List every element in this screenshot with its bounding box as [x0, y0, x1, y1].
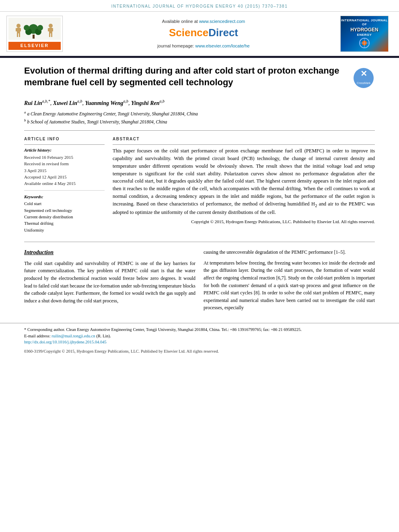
journal-cover-title: INTERNATIONAL JOURNAL OF	[341, 18, 388, 26]
journal-cover: INTERNATIONAL JOURNAL OF HYDROGEN ENERGY	[340, 16, 389, 52]
available-online-date: Available online 4 May 2015	[24, 181, 105, 187]
svg-rect-1	[33, 35, 35, 39]
authors-line: Rui Lina,b,*, Xuwei Lina,b, Yuanming Wen…	[24, 99, 375, 107]
elsevier-brand-text: ELSEVIER	[8, 42, 61, 49]
cite-6-7[interactable]: 6,7	[278, 275, 284, 281]
article-title: Evolution of thermal drifting during and…	[24, 65, 349, 88]
bottom-copyright: 0360-3199/Copyright © 2015, Hydrogen Ene…	[0, 347, 399, 356]
page-header: ELSEVIER Available online at www.science…	[0, 12, 399, 57]
keyword-1: Cold start	[24, 201, 105, 207]
elsevier-box: ELSEVIER	[6, 16, 63, 52]
affiliations: a a Clean Energy Automotive Engineering …	[24, 110, 375, 125]
crossmark-icon: ✕ CrossMark	[353, 67, 375, 89]
svg-point-13	[49, 24, 53, 28]
received-revised-label: Received in revised form	[24, 161, 105, 167]
intro-para-3: At temperatures below freezing, the free…	[204, 259, 375, 312]
history-label: Article history:	[24, 147, 105, 153]
journal-cover-subtitle: HYDROGEN	[350, 27, 378, 33]
revised-date: 3 April 2015	[24, 168, 105, 174]
keyword-3: Current density distribution	[24, 214, 105, 220]
svg-rect-9	[16, 28, 18, 31]
author-3: Yuanming Weng	[85, 100, 123, 106]
svg-point-5	[24, 25, 29, 31]
article-info-label: ARTICLE INFO	[24, 136, 105, 142]
keyword-5: Uniformity	[24, 227, 105, 233]
keyword-4: Thermal drifting	[24, 220, 105, 226]
accepted-date: Accepted 12 April 2015	[24, 174, 105, 180]
svg-rect-15	[48, 28, 50, 31]
elsevier-tree-icon	[8, 18, 61, 40]
body-right-col: causing the unrecoverable degradation of…	[204, 249, 375, 315]
elsevier-logo-area: ELSEVIER	[6, 16, 71, 52]
journal-banner: INTERNATIONAL JOURNAL OF HYDROGEN ENERGY…	[0, 0, 399, 12]
sciencedirect-info: Available online at www.sciencedirect.co…	[71, 16, 336, 52]
body-columns: Introduction The cold start capability a…	[24, 249, 375, 315]
info-divider-2	[24, 190, 105, 191]
cover-graphic-icon	[356, 37, 372, 49]
affiliation-1: a a Clean Energy Automotive Engineering …	[24, 110, 375, 117]
article-info-panel: ARTICLE INFO Article history: Received 1…	[24, 136, 105, 234]
abstract-copyright: Copyright © 2015, Hydrogen Energy Public…	[113, 219, 375, 225]
abstract-panel: ABSTRACT This paper focuses on the cold …	[113, 136, 375, 234]
journal-homepage: journal homepage: www.elsevier.com/locat…	[157, 43, 249, 49]
keywords-label: Keywords:	[24, 194, 105, 200]
body-left-col: Introduction The cold start capability a…	[24, 249, 195, 315]
abstract-text: This paper focuses on the cold start per…	[113, 147, 375, 216]
title-section: Evolution of thermal drifting during and…	[0, 58, 399, 95]
intro-para-1: The cold start capability and survivabil…	[24, 260, 195, 305]
authors-section: Rui Lina,b,*, Xuwei Lina,b, Yuanming Wen…	[0, 95, 399, 127]
body-section: Introduction The cold start capability a…	[0, 238, 399, 315]
svg-text:CrossMark: CrossMark	[357, 82, 370, 84]
page: INTERNATIONAL JOURNAL OF HYDROGEN ENERGY…	[0, 0, 399, 532]
keyword-2: Segmented cell technology	[24, 207, 105, 214]
article-info-abstract: ARTICLE INFO Article history: Received 1…	[0, 134, 399, 238]
email-link[interactable]: ruilin@mail.tongji.edu.cn	[51, 334, 95, 338]
journal-cover-area: INTERNATIONAL JOURNAL OF HYDROGEN ENERGY	[336, 16, 393, 52]
affiliation-2: b b School of Automotive Studies, Tongji…	[24, 118, 375, 125]
email-footnote: E-mail address: ruilin@mail.tongji.edu.c…	[24, 333, 375, 339]
journal-cover-energy: ENERGY	[357, 33, 372, 37]
cite-1-5[interactable]: 1–5	[336, 249, 343, 255]
svg-rect-18	[51, 33, 52, 37]
svg-rect-11	[17, 33, 18, 37]
author-4: Yingshi Ren	[131, 100, 159, 106]
svg-text:✕: ✕	[360, 69, 367, 78]
svg-rect-16	[51, 28, 53, 31]
cite-8[interactable]: 8	[255, 290, 258, 296]
title-block: Evolution of thermal drifting during and…	[24, 65, 349, 88]
intro-para-2: causing the unrecoverable degradation of…	[204, 249, 375, 256]
corresponding-author-note: * Corresponding author. Clean Energy Aut…	[24, 327, 375, 333]
svg-rect-17	[49, 33, 50, 37]
section-divider-1	[24, 130, 375, 131]
received-date: Received 16 February 2015	[24, 154, 105, 160]
available-online-text: Available online at www.sciencedirect.co…	[162, 18, 245, 25]
author-2: Xuwei Lin	[53, 100, 77, 106]
sciencedirect-url[interactable]: www.sciencedirect.com	[199, 19, 245, 24]
footnote-section: * Corresponding author. Clean Energy Aut…	[0, 323, 399, 347]
svg-rect-10	[19, 28, 21, 31]
crossmark-badge: ✕ CrossMark	[353, 67, 375, 91]
doi-footnote: http://dx.doi.org/10.1016/j.ijhydene.201…	[24, 339, 375, 345]
svg-point-6	[37, 25, 43, 31]
journal-homepage-link[interactable]: www.elsevier.com/locate/he	[195, 43, 250, 48]
banner-text: INTERNATIONAL JOURNAL OF HYDROGEN ENERGY…	[111, 4, 288, 8]
author-1: Rui Lin	[24, 100, 42, 106]
svg-point-7	[16, 24, 21, 28]
svg-rect-12	[19, 33, 20, 37]
abstract-label: ABSTRACT	[113, 136, 375, 142]
introduction-heading: Introduction	[24, 249, 195, 257]
body-divider	[24, 242, 375, 242]
abstract-divider	[113, 144, 375, 145]
doi-link[interactable]: http://dx.doi.org/10.1016/j.ijhydene.201…	[24, 340, 107, 344]
info-divider	[24, 144, 105, 145]
sciencedirect-logo: ScienceDirect	[169, 25, 238, 40]
